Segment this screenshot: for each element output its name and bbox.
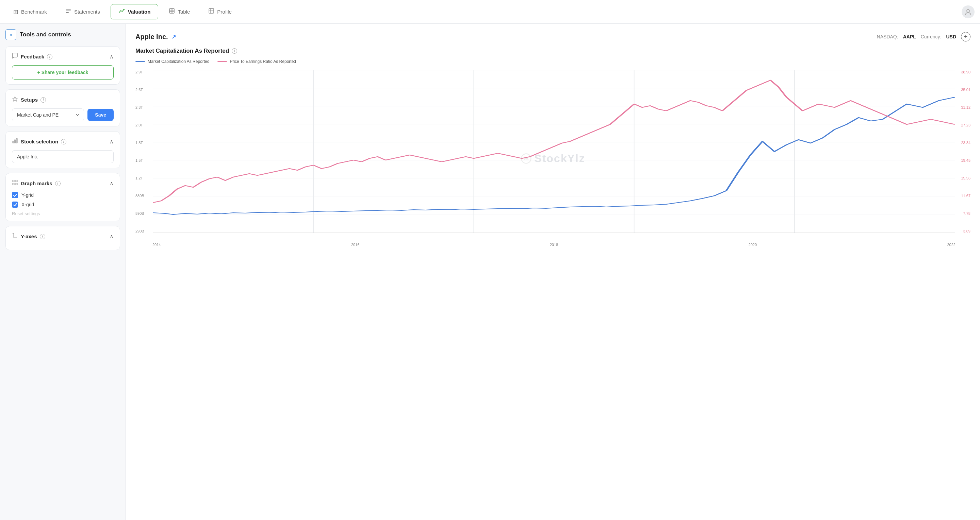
tab-statements-label: Statements (74, 9, 100, 14)
y-grid-row: Y-grid (12, 192, 114, 198)
stock-input[interactable] (12, 150, 114, 163)
setups-panel: Setups i Market Cap and PE Revenue and M… (5, 89, 120, 127)
feedback-panel: Feedback i ∧ + Share your feedback (5, 46, 120, 85)
chart-header: Apple Inc. ↗ NASDAQ: AAPL Currency: USD … (135, 32, 970, 41)
svg-rect-16 (13, 180, 14, 182)
legend-label-pe: Price To Earnings Ratio As Reported (230, 59, 296, 64)
svg-rect-8 (209, 8, 214, 13)
tab-benchmark-label: Benchmark (21, 9, 47, 14)
stock-selection-header: Stock selection i ∧ (12, 138, 114, 146)
x-grid-row: X-grid (12, 201, 114, 208)
setups-title-row: Setups i (12, 96, 46, 104)
tab-benchmark[interactable]: ⊞ Benchmark (5, 5, 55, 19)
external-link-icon[interactable]: ↗ (172, 34, 176, 40)
svg-rect-14 (14, 140, 16, 143)
svg-rect-19 (16, 183, 18, 185)
legend-item-marketcap: Market Capitalization As Reported (135, 59, 209, 64)
svg-rect-3 (169, 8, 174, 13)
reset-settings[interactable]: Reset settings (12, 211, 114, 216)
chart-info-icon[interactable]: i (232, 48, 237, 54)
legend-label-marketcap: Market Capitalization As Reported (148, 59, 209, 64)
feedback-btn-label: + Share your feedback (37, 70, 89, 75)
setups-info-icon[interactable]: i (40, 97, 46, 103)
graph-marks-panel: Graph marks i ∧ Y-grid X-grid Reset sett… (5, 173, 120, 221)
tab-table-label: Table (178, 9, 190, 14)
legend-item-pe: Price To Earnings Ratio As Reported (218, 59, 296, 64)
y-axes-icon (12, 233, 18, 240)
feedback-panel-header: Feedback i ∧ (12, 53, 114, 60)
setups-icon (12, 96, 18, 104)
setups-select[interactable]: Market Cap and PE Revenue and Margins EP… (12, 108, 84, 121)
y-axes-panel: Y-axes i ∧ (5, 226, 120, 250)
sidebar: « Tools and controls Feedback i ∧ + Shar… (0, 24, 126, 520)
chart-title: Market Capitalization As Reported i (135, 48, 970, 54)
main-layout: « Tools and controls Feedback i ∧ + Shar… (0, 24, 980, 520)
tab-statements[interactable]: Statements (57, 4, 108, 19)
tab-valuation-label: Valuation (128, 9, 151, 14)
sidebar-header: « Tools and controls (5, 29, 120, 40)
svg-point-11 (967, 10, 969, 12)
svg-marker-12 (13, 97, 18, 101)
svg-rect-2 (66, 12, 69, 13)
add-button[interactable]: + (961, 32, 970, 41)
stock-selection-panel: Stock selection i ∧ (5, 131, 120, 168)
user-avatar[interactable] (962, 5, 975, 18)
setups-panel-header: Setups i (12, 96, 114, 104)
top-nav: ⊞ Benchmark Statements Valuation Table P… (0, 0, 980, 24)
svg-rect-17 (16, 180, 18, 182)
stock-icon (12, 138, 18, 146)
graph-marks-icon (12, 179, 18, 187)
save-btn-label: Save (95, 112, 106, 117)
feedback-collapse-btn[interactable]: ∧ (110, 53, 114, 60)
graph-marks-title: Graph marks (21, 181, 52, 186)
graph-marks-collapse-btn[interactable]: ∧ (110, 180, 114, 187)
graph-marks-info-icon[interactable]: i (55, 181, 60, 186)
chart-svg (153, 70, 955, 233)
svg-rect-15 (16, 138, 18, 143)
benchmark-icon: ⊞ (13, 8, 18, 16)
y-axis-left: 2.9T 2.6T 2.3T 2.0T 1.8T 1.5T 1.2T 880B … (135, 70, 153, 233)
sidebar-title: Tools and controls (20, 31, 71, 38)
y-axes-info-icon[interactable]: i (40, 234, 45, 239)
svg-rect-13 (13, 141, 14, 143)
graph-marks-header: Graph marks i ∧ (12, 179, 114, 187)
collapse-icon: « (10, 32, 12, 37)
y-axes-collapse-btn[interactable]: ∧ (110, 233, 114, 239)
feedback-title-row: Feedback i (12, 53, 52, 60)
setups-title: Setups (21, 97, 38, 103)
chart-area: Apple Inc. ↗ NASDAQ: AAPL Currency: USD … (126, 24, 980, 520)
tab-profile[interactable]: Profile (200, 4, 240, 19)
chart-wrapper: 2.9T 2.6T 2.3T 2.0T 1.8T 1.5T 1.2T 880B … (135, 70, 970, 247)
tab-profile-label: Profile (217, 9, 232, 14)
feedback-icon (12, 53, 18, 60)
y-grid-label: Y-grid (21, 192, 34, 198)
x-axis-labels: 2014 2016 2018 2020 2022 (153, 243, 956, 247)
x-grid-checkbox[interactable] (12, 201, 18, 208)
statements-icon (65, 8, 72, 16)
chart-legend: Market Capitalization As Reported Price … (135, 59, 970, 64)
setup-row: Market Cap and PE Revenue and Margins EP… (12, 108, 114, 121)
y-grid-checkbox[interactable] (12, 192, 18, 198)
share-feedback-button[interactable]: + Share your feedback (12, 65, 114, 79)
graph-marks-title-row: Graph marks i (12, 179, 60, 187)
company-name-text: Apple Inc. (135, 33, 168, 41)
table-icon (169, 8, 175, 16)
y-axis-right: 38.90 35.01 31.12 27.23 23.34 19.45 15.5… (956, 70, 970, 233)
company-name: Apple Inc. ↗ (135, 33, 176, 41)
tab-table[interactable]: Table (161, 4, 198, 19)
legend-line-blue (135, 61, 145, 62)
feedback-title: Feedback (21, 54, 44, 59)
ticker-label: AAPL (903, 34, 916, 40)
svg-rect-0 (66, 9, 71, 10)
save-button[interactable]: Save (88, 109, 114, 121)
tab-valuation[interactable]: Valuation (111, 4, 159, 19)
y-axes-title: Y-axes (21, 233, 37, 239)
y-axes-title-row: Y-axes i (12, 233, 45, 240)
collapse-button[interactable]: « (5, 29, 16, 40)
stock-selection-title: Stock selection (21, 139, 58, 144)
feedback-info-icon[interactable]: i (47, 54, 52, 59)
y-axes-header: Y-axes i ∧ (12, 233, 114, 240)
stock-info-icon[interactable]: i (61, 139, 66, 144)
stock-collapse-btn[interactable]: ∧ (110, 138, 114, 145)
exchange-label: NASDAQ: (877, 34, 898, 40)
